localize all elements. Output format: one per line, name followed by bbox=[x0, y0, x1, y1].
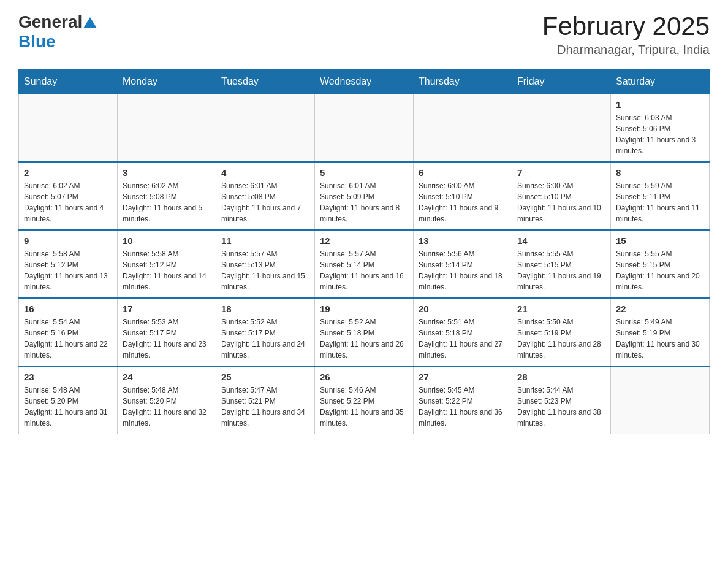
col-friday: Friday bbox=[512, 70, 611, 94]
day-info: Sunrise: 5:53 AM Sunset: 5:17 PM Dayligh… bbox=[123, 316, 211, 361]
day-info: Sunrise: 5:57 AM Sunset: 5:13 PM Dayligh… bbox=[221, 248, 309, 293]
day-info: Sunrise: 5:48 AM Sunset: 5:20 PM Dayligh… bbox=[123, 385, 211, 429]
table-row bbox=[611, 366, 710, 434]
col-saturday: Saturday bbox=[611, 70, 710, 94]
month-year-title: February 2025 bbox=[542, 12, 710, 40]
day-number: 25 bbox=[221, 372, 309, 382]
table-row: 28Sunrise: 5:44 AM Sunset: 5:23 PM Dayli… bbox=[512, 366, 611, 434]
table-row: 4Sunrise: 6:01 AM Sunset: 5:08 PM Daylig… bbox=[216, 162, 315, 230]
table-row: 26Sunrise: 5:46 AM Sunset: 5:22 PM Dayli… bbox=[315, 366, 414, 434]
table-row: 3Sunrise: 6:02 AM Sunset: 5:08 PM Daylig… bbox=[118, 162, 216, 230]
day-info: Sunrise: 5:57 AM Sunset: 5:14 PM Dayligh… bbox=[320, 248, 408, 293]
table-row: 22Sunrise: 5:49 AM Sunset: 5:19 PM Dayli… bbox=[611, 298, 710, 366]
day-number: 23 bbox=[24, 372, 112, 382]
table-row: 2Sunrise: 6:02 AM Sunset: 5:07 PM Daylig… bbox=[19, 162, 118, 230]
day-number: 13 bbox=[419, 236, 507, 246]
table-row: 18Sunrise: 5:52 AM Sunset: 5:17 PM Dayli… bbox=[216, 298, 315, 366]
day-number: 6 bbox=[419, 167, 507, 178]
table-row bbox=[19, 94, 118, 162]
day-info: Sunrise: 5:50 AM Sunset: 5:19 PM Dayligh… bbox=[517, 316, 605, 361]
table-row bbox=[414, 94, 512, 162]
table-row: 8Sunrise: 5:59 AM Sunset: 5:11 PM Daylig… bbox=[611, 162, 710, 230]
logo: General Blue bbox=[18, 12, 97, 52]
day-info: Sunrise: 5:59 AM Sunset: 5:11 PM Dayligh… bbox=[616, 180, 704, 224]
calendar-week-row: 2Sunrise: 6:02 AM Sunset: 5:07 PM Daylig… bbox=[19, 162, 710, 230]
day-number: 3 bbox=[123, 167, 211, 178]
table-row: 27Sunrise: 5:45 AM Sunset: 5:22 PM Dayli… bbox=[414, 366, 512, 434]
day-number: 5 bbox=[320, 167, 408, 178]
day-number: 26 bbox=[320, 372, 408, 382]
table-row bbox=[512, 94, 611, 162]
table-row: 24Sunrise: 5:48 AM Sunset: 5:20 PM Dayli… bbox=[118, 366, 216, 434]
day-info: Sunrise: 6:03 AM Sunset: 5:06 PM Dayligh… bbox=[616, 112, 704, 156]
table-row: 9Sunrise: 5:58 AM Sunset: 5:12 PM Daylig… bbox=[19, 230, 118, 298]
calendar-week-row: 23Sunrise: 5:48 AM Sunset: 5:20 PM Dayli… bbox=[19, 366, 710, 434]
day-number: 20 bbox=[419, 304, 507, 314]
day-number: 8 bbox=[616, 167, 704, 178]
table-row: 11Sunrise: 5:57 AM Sunset: 5:13 PM Dayli… bbox=[216, 230, 315, 298]
day-number: 10 bbox=[123, 236, 211, 246]
table-row: 17Sunrise: 5:53 AM Sunset: 5:17 PM Dayli… bbox=[118, 298, 216, 366]
day-number: 15 bbox=[616, 236, 704, 246]
day-number: 28 bbox=[517, 372, 605, 382]
day-number: 27 bbox=[419, 372, 507, 382]
day-number: 21 bbox=[517, 304, 605, 314]
table-row: 25Sunrise: 5:47 AM Sunset: 5:21 PM Dayli… bbox=[216, 366, 315, 434]
day-info: Sunrise: 5:45 AM Sunset: 5:22 PM Dayligh… bbox=[419, 385, 507, 429]
page-header: General Blue February 2025 Dharmanagar, … bbox=[18, 12, 710, 57]
day-info: Sunrise: 5:55 AM Sunset: 5:15 PM Dayligh… bbox=[517, 248, 605, 293]
day-number: 18 bbox=[221, 304, 309, 314]
table-row: 12Sunrise: 5:57 AM Sunset: 5:14 PM Dayli… bbox=[315, 230, 414, 298]
logo-blue-text: Blue bbox=[18, 32, 56, 51]
col-monday: Monday bbox=[118, 70, 216, 94]
day-number: 16 bbox=[24, 304, 112, 314]
day-info: Sunrise: 5:52 AM Sunset: 5:18 PM Dayligh… bbox=[320, 316, 408, 361]
day-number: 4 bbox=[221, 167, 309, 178]
location-subtitle: Dharmanagar, Tripura, India bbox=[542, 43, 710, 57]
day-number: 9 bbox=[24, 236, 112, 246]
col-sunday: Sunday bbox=[19, 70, 118, 94]
table-row: 14Sunrise: 5:55 AM Sunset: 5:15 PM Dayli… bbox=[512, 230, 611, 298]
table-row: 1Sunrise: 6:03 AM Sunset: 5:06 PM Daylig… bbox=[611, 94, 710, 162]
table-row: 7Sunrise: 6:00 AM Sunset: 5:10 PM Daylig… bbox=[512, 162, 611, 230]
table-row: 23Sunrise: 5:48 AM Sunset: 5:20 PM Dayli… bbox=[19, 366, 118, 434]
day-info: Sunrise: 6:02 AM Sunset: 5:08 PM Dayligh… bbox=[123, 180, 211, 224]
day-info: Sunrise: 5:54 AM Sunset: 5:16 PM Dayligh… bbox=[24, 316, 112, 361]
calendar-week-row: 9Sunrise: 5:58 AM Sunset: 5:12 PM Daylig… bbox=[19, 230, 710, 298]
day-number: 19 bbox=[320, 304, 408, 314]
day-number: 7 bbox=[517, 167, 605, 178]
calendar-week-row: 1Sunrise: 6:03 AM Sunset: 5:06 PM Daylig… bbox=[19, 94, 710, 162]
day-info: Sunrise: 5:48 AM Sunset: 5:20 PM Dayligh… bbox=[24, 385, 112, 429]
day-number: 17 bbox=[123, 304, 211, 314]
logo-general-text: General bbox=[18, 12, 82, 32]
table-row: 19Sunrise: 5:52 AM Sunset: 5:18 PM Dayli… bbox=[315, 298, 414, 366]
day-number: 2 bbox=[24, 167, 112, 178]
day-number: 22 bbox=[616, 304, 704, 314]
day-info: Sunrise: 5:51 AM Sunset: 5:18 PM Dayligh… bbox=[419, 316, 507, 361]
day-info: Sunrise: 5:58 AM Sunset: 5:12 PM Dayligh… bbox=[24, 248, 112, 293]
logo-triangle-icon bbox=[83, 17, 97, 28]
day-info: Sunrise: 6:00 AM Sunset: 5:10 PM Dayligh… bbox=[419, 180, 507, 224]
day-number: 11 bbox=[221, 236, 309, 246]
day-number: 12 bbox=[320, 236, 408, 246]
table-row: 10Sunrise: 5:58 AM Sunset: 5:12 PM Dayli… bbox=[118, 230, 216, 298]
table-row bbox=[315, 94, 414, 162]
day-info: Sunrise: 5:46 AM Sunset: 5:22 PM Dayligh… bbox=[320, 385, 408, 429]
table-row: 13Sunrise: 5:56 AM Sunset: 5:14 PM Dayli… bbox=[414, 230, 512, 298]
table-row bbox=[216, 94, 315, 162]
table-row: 5Sunrise: 6:01 AM Sunset: 5:09 PM Daylig… bbox=[315, 162, 414, 230]
day-info: Sunrise: 6:02 AM Sunset: 5:07 PM Dayligh… bbox=[24, 180, 112, 224]
day-number: 1 bbox=[616, 99, 704, 110]
table-row: 16Sunrise: 5:54 AM Sunset: 5:16 PM Dayli… bbox=[19, 298, 118, 366]
table-row: 6Sunrise: 6:00 AM Sunset: 5:10 PM Daylig… bbox=[414, 162, 512, 230]
day-info: Sunrise: 6:01 AM Sunset: 5:09 PM Dayligh… bbox=[320, 180, 408, 224]
calendar-title-block: February 2025 Dharmanagar, Tripura, Indi… bbox=[542, 12, 710, 57]
day-info: Sunrise: 6:00 AM Sunset: 5:10 PM Dayligh… bbox=[517, 180, 605, 224]
day-info: Sunrise: 6:01 AM Sunset: 5:08 PM Dayligh… bbox=[221, 180, 309, 224]
calendar-week-row: 16Sunrise: 5:54 AM Sunset: 5:16 PM Dayli… bbox=[19, 298, 710, 366]
col-wednesday: Wednesday bbox=[315, 70, 414, 94]
calendar-header-row: Sunday Monday Tuesday Wednesday Thursday… bbox=[19, 70, 710, 94]
col-tuesday: Tuesday bbox=[216, 70, 315, 94]
svg-marker-0 bbox=[83, 17, 97, 28]
day-number: 24 bbox=[123, 372, 211, 382]
